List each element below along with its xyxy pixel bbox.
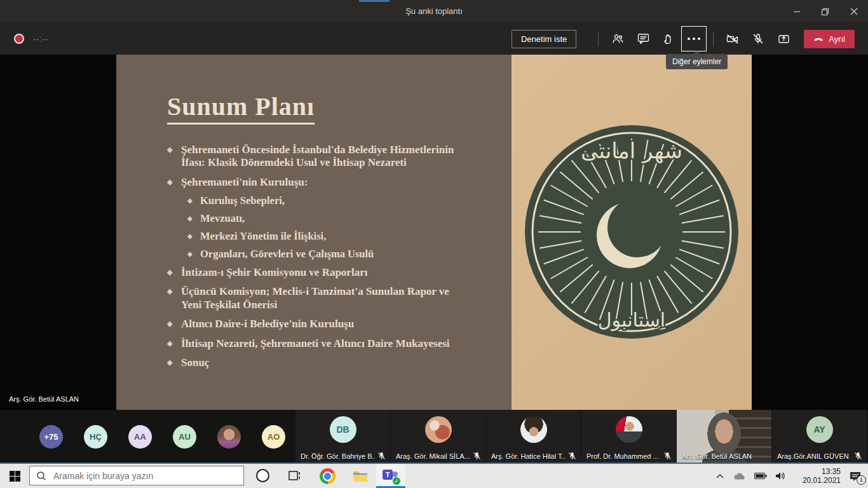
camera-off-icon: [726, 34, 739, 44]
file-explorer-button[interactable]: [346, 464, 375, 488]
more-dots-icon: [688, 37, 690, 40]
bullet-diamond-icon: ◈: [167, 176, 181, 189]
slide-bullet-list: ◈Şehremaneti Öncesinde İstanbul'da Beled…: [167, 144, 467, 376]
bullet-diamond-icon: ◈: [167, 356, 181, 369]
share-screen-icon: [778, 33, 790, 44]
search-icon: [36, 471, 46, 481]
mic-toggle-button[interactable]: [745, 26, 771, 51]
participant-name: Dr. Öğr. Gör. Bahriye B...: [301, 452, 375, 460]
initials-avatar[interactable]: AA: [128, 425, 152, 449]
task-view-button[interactable]: [280, 464, 309, 488]
bullet-diamond-icon: ◈: [187, 231, 200, 243]
bullet-text: Sonuç: [181, 356, 209, 369]
slide-image-panel: شهر امانتى اِستانبول: [512, 55, 752, 410]
chat-icon: [637, 33, 649, 44]
bullet-diamond-icon: ◈: [187, 195, 200, 207]
slide-bullet: ◈Sonuç: [167, 356, 467, 369]
participant-name: Arş. Gör. Betül ASLAN: [682, 452, 756, 460]
slide-bullet: ◈İntizam-ı Şehir Komisyonu ve Raporları: [167, 266, 467, 279]
slide-text-panel: Sunum Planı ◈Şehremaneti Öncesinde İstan…: [116, 55, 512, 410]
leave-button[interactable]: Ayrıl: [804, 30, 855, 48]
participants-button[interactable]: [605, 26, 630, 51]
teams-taskbar-button[interactable]: T✓: [376, 464, 405, 488]
initials-avatar[interactable]: AU: [173, 425, 196, 449]
bullet-text: Şehremaneti Öncesinde İstanbul'da Beledi…: [181, 144, 467, 170]
more-actions-button[interactable]: [681, 26, 707, 51]
hangup-phone-icon: [813, 36, 824, 41]
participant-tile[interactable]: Araş. Gör. Mikail SİLA...: [391, 410, 485, 464]
shared-screen-stage: Sunum Planı ◈Şehremaneti Öncesinde İstan…: [0, 55, 868, 410]
search-input[interactable]: [52, 470, 226, 482]
mic-muted-icon: [473, 451, 481, 459]
seal-bottom-text: اِستانبول: [598, 309, 666, 331]
share-screen-button[interactable]: [771, 26, 796, 51]
presentation-slide: Sunum Planı ◈Şehremaneti Öncesinde İstan…: [116, 55, 752, 410]
overflow-count-avatar[interactable]: +75: [39, 425, 63, 449]
bullet-text: Altıncı Daire-i Belediye'nin Kuruluşu: [181, 318, 354, 330]
volume-icon[interactable]: [775, 471, 787, 480]
teams-icon: T✓: [383, 468, 399, 483]
seal-top-text: شهر امانتى: [581, 138, 682, 164]
bullet-text: İntizam-ı Şehir Komisyonu ve Raporları: [181, 266, 367, 279]
participant-name: Araş.Gör.ANIL GÜVEN ...: [777, 452, 851, 460]
mic-muted-icon: [854, 451, 862, 459]
request-control-button[interactable]: Denetim iste: [512, 30, 576, 48]
chrome-icon: [320, 468, 336, 484]
bullet-text: Organları, Görevleri ve Çalışma Usulü: [200, 248, 374, 261]
photo-avatar: [616, 416, 642, 443]
participant-tile[interactable]: DBDr. Öğr. Gör. Bahriye B...: [295, 410, 390, 464]
notification-badge: 1: [857, 475, 866, 485]
initials-avatar: DB: [330, 416, 356, 443]
teams-meeting-window: Şu anki toplantı --:-- Denetim iste: [0, 0, 868, 488]
close-button[interactable]: [839, 0, 868, 23]
bullet-text: Merkezi Yönetim ile İlişkisi,: [200, 231, 326, 243]
minimize-button[interactable]: [782, 0, 811, 23]
participant-tile[interactable]: AYAraş.Gör.ANIL GÜVEN ...: [772, 410, 867, 464]
action-center-button[interactable]: 1: [849, 471, 862, 482]
tray-chevron-icon[interactable]: [715, 473, 724, 479]
participant-tile-live-video[interactable]: Arş. Gör. Betül ASLAN: [677, 410, 771, 464]
initials-avatar[interactable]: AO: [262, 425, 285, 449]
toolbar-divider: [713, 31, 714, 46]
people-icon: [611, 33, 624, 44]
cortana-button[interactable]: [256, 469, 269, 482]
initials-avatar[interactable]: HÇ: [84, 425, 107, 449]
slide-bullet: ◈Mevzuatı,: [187, 213, 467, 225]
close-icon: [850, 8, 858, 15]
chat-button[interactable]: [630, 26, 656, 51]
window-titlebar[interactable]: Şu anki toplantı: [0, 0, 868, 23]
slide-bullet: ◈İhtisap Nezareti, Şehremaneti ve Altınc…: [167, 337, 467, 350]
slide-bullet: ◈Üçüncü Komisyon; Meclis-i Tanzimat'a Su…: [167, 285, 467, 311]
participant-name: Arş. Gör. Hatice Hilal T...: [491, 452, 566, 460]
participant-tile-row: DBDr. Öğr. Gör. Bahriye B...Araş. Gör. M…: [295, 410, 867, 464]
start-button[interactable]: [0, 464, 29, 488]
bullet-diamond-icon: ◈: [167, 144, 181, 170]
windows-logo-icon: [10, 471, 20, 482]
clock-date: 20.01.2021: [795, 476, 841, 485]
bullet-text: Kuruluş Sebepleri,: [200, 195, 285, 207]
onedrive-cloud-icon[interactable]: [733, 471, 746, 480]
photo-avatar[interactable]: [217, 425, 241, 449]
taskbar-clock[interactable]: 13:35 20.01.2021: [795, 467, 841, 485]
participant-tile[interactable]: Arş. Gör. Hatice Hilal T...: [486, 410, 581, 464]
chrome-taskbar-button[interactable]: [313, 464, 342, 488]
restore-button[interactable]: [811, 0, 839, 23]
slide-bullet: ◈Kuruluş Sebepleri,: [187, 195, 467, 207]
more-actions-tooltip: Diğer eylemler: [666, 54, 728, 69]
participant-avatar-row: +75HÇAAAUAO: [39, 410, 285, 464]
taskbar-search[interactable]: [29, 466, 244, 485]
slide-bullet: ◈Organları, Görevleri ve Çalışma Usulü: [187, 248, 467, 261]
raised-hand-icon: [663, 33, 674, 45]
mic-muted-icon: [568, 451, 576, 459]
slide-title: Sunum Planı: [167, 92, 315, 125]
participant-name: Araş. Gör. Mikail SİLA...: [396, 452, 470, 460]
bullet-diamond-icon: ◈: [167, 285, 181, 311]
mic-muted-icon: [663, 451, 672, 459]
battery-icon[interactable]: [754, 472, 767, 480]
participant-tile[interactable]: Prof. Dr. Muhammed ...: [581, 410, 676, 464]
meeting-timer: --:--: [33, 35, 48, 44]
bullet-diamond-icon: ◈: [167, 337, 181, 350]
raise-hand-button[interactable]: [656, 26, 681, 51]
bullet-text: Mevzuatı,: [200, 213, 245, 225]
camera-toggle-button[interactable]: [720, 26, 745, 51]
